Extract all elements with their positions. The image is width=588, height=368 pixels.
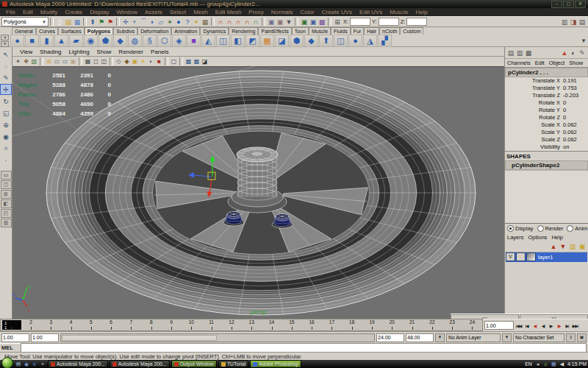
snap-curve-icon[interactable]: ∩	[225, 18, 234, 26]
field-chart-icon[interactable]: ▦	[84, 57, 92, 66]
xray-icon[interactable]: ▩	[184, 57, 193, 66]
shelf-tab-painteffects[interactable]: PaintEffects	[258, 27, 291, 35]
shadows-icon[interactable]: ◐	[147, 57, 155, 66]
texture-placement-icon[interactable]: ■	[155, 57, 163, 66]
menu-modify[interactable]: Modify	[37, 9, 62, 15]
frame-24[interactable]: 24	[462, 319, 482, 330]
soft-modification-tool[interactable]: ◉	[0, 131, 12, 142]
layout-persp-outliner[interactable]: ◧	[1, 199, 12, 208]
crease-tool-icon[interactable]: ◮	[363, 35, 377, 47]
frame-4[interactable]: 4	[61, 319, 81, 330]
poly-soccer-ball-icon[interactable]: ⬡	[157, 35, 171, 47]
anim-layer-dropdown[interactable]: No Anim Layer	[446, 333, 501, 342]
channel-value[interactable]: 0.062	[563, 136, 588, 144]
panel-menu-show[interactable]: Show	[93, 49, 115, 55]
animation-start-input[interactable]	[1, 333, 29, 342]
messenger-icon[interactable]: ☺	[542, 361, 549, 367]
shelf-tab-subdivs[interactable]: Subdivs	[113, 27, 137, 35]
channel-name[interactable]: Translate Z	[505, 92, 563, 99]
smooth-shade-icon[interactable]: ◆	[123, 57, 131, 66]
shelf-tab-muscle[interactable]: Muscle	[309, 27, 331, 35]
select-hierarchy-icon[interactable]: ⬆	[88, 18, 97, 26]
pencil-icon[interactable]: ✎	[578, 49, 587, 57]
network-icon[interactable]: ▦	[551, 361, 557, 367]
y-coordinate-input[interactable]	[379, 18, 399, 26]
poly-plane-icon[interactable]: ▰	[69, 35, 83, 47]
menu-set-dropdown[interactable]: Polygons ▼	[1, 17, 49, 26]
make-live-icon[interactable]: ∩	[251, 18, 260, 26]
shelf-tab-fur[interactable]: Fur	[351, 27, 365, 35]
ie-icon[interactable]: e	[31, 361, 38, 368]
auto-keyframe-icon[interactable]: ⚷	[566, 333, 576, 342]
minimize-button[interactable]: –	[551, 1, 562, 8]
poly-pyramid-icon[interactable]: ◆	[113, 35, 127, 47]
frame-13[interactable]: 13	[242, 319, 262, 330]
mask-handles-icon[interactable]: ✛	[121, 18, 130, 26]
layers-menu-layers[interactable]: Layers	[505, 234, 526, 241]
layout-hypershade[interactable]: ▥	[1, 219, 12, 227]
menu-muscle[interactable]: Muscle	[386, 9, 412, 15]
snap-point-icon[interactable]: ∩	[234, 18, 243, 26]
channel-name[interactable]: Rotate Z	[505, 114, 563, 121]
resolution-gate-icon[interactable]: ▭	[61, 57, 69, 66]
animation-end-input[interactable]	[406, 333, 434, 342]
channel-value[interactable]: 0.191	[563, 77, 588, 85]
go-to-end-button[interactable]: ▶▶|	[571, 322, 579, 330]
shelf-tab-ncloth[interactable]: nCloth	[379, 27, 400, 35]
step-back-frame-button[interactable]: |◀	[523, 322, 531, 330]
frame-16[interactable]: 16	[301, 319, 321, 330]
frame-23[interactable]: 23	[442, 319, 462, 330]
frame-7[interactable]: 7	[121, 319, 141, 330]
channel-name[interactable]: Translate Y	[505, 85, 563, 92]
x-coordinate-input[interactable]	[350, 18, 370, 26]
channel-hyperbolic-icon[interactable]: ▦	[524, 49, 533, 57]
wireframe-mode-icon[interactable]: ◇	[115, 57, 123, 66]
frame-19[interactable]: 19	[362, 319, 381, 330]
layers-menu-help[interactable]: Help	[549, 234, 564, 241]
show-desktop-icon[interactable]: ▤	[15, 361, 22, 368]
time-slider[interactable]: 1 1 123456789101112131415161718192021222…	[0, 319, 483, 331]
channel-value[interactable]: 0	[563, 99, 588, 107]
channel-value[interactable]: -0.203	[563, 92, 588, 99]
channel-name[interactable]: Scale Z	[505, 136, 563, 144]
poly-sphere-icon[interactable]: ●	[10, 35, 24, 47]
taskbar-button-output-window[interactable]: Output Window	[171, 360, 217, 368]
grid-toggle-icon[interactable]: ⊞	[45, 57, 53, 66]
layout-two-pane[interactable]: ◫	[1, 180, 12, 189]
bridge-icon[interactable]: ◫	[334, 35, 348, 47]
frame-2[interactable]: 2	[21, 319, 40, 330]
lasso-tool[interactable]: ◌	[0, 60, 12, 71]
frame-21[interactable]: 21	[402, 319, 422, 330]
clock[interactable]: 4:15 PM	[567, 361, 587, 367]
merge-verts-icon[interactable]: ⬢	[290, 35, 304, 47]
shelf-tab-toggle-button[interactable]: ◂	[1, 35, 9, 40]
shelf-tab-polygons[interactable]: Polygons	[85, 27, 114, 35]
image-plane-icon[interactable]: ▧	[30, 57, 38, 66]
channel-speed-icon[interactable]: ▥	[515, 49, 524, 57]
volume-icon[interactable]: ◀	[559, 361, 565, 367]
channel-value[interactable]: on	[563, 144, 588, 151]
frame-17[interactable]: 17	[322, 319, 342, 330]
subdiv-cube-icon[interactable]: ■	[187, 35, 201, 47]
construction-history-icon[interactable]: ▼	[284, 18, 293, 26]
quad-draw-icon[interactable]: ▞	[378, 35, 392, 47]
menu-display[interactable]: Display	[86, 9, 112, 15]
layer-visibility-toggle[interactable]: V	[506, 252, 515, 261]
snap-plane-icon[interactable]: ∩	[243, 18, 251, 26]
character-set-dropdown[interactable]: No Character Set	[513, 333, 564, 342]
film-gate-icon[interactable]: ▭	[53, 57, 61, 66]
menu-help[interactable]: Help	[412, 9, 431, 15]
range-slider-handle[interactable]	[62, 335, 217, 341]
safe-action-icon[interactable]: ◻	[92, 57, 100, 66]
menu-edit-uvs[interactable]: Edit UVs	[356, 9, 386, 15]
layers-menu-options[interactable]: Options	[526, 234, 550, 241]
open-scene-icon[interactable]: ▤	[64, 18, 73, 26]
xray-joints-icon[interactable]: ▩	[193, 57, 201, 66]
radio-anim[interactable]: Anim	[567, 225, 587, 232]
tray-collapse-icon[interactable]: ◂	[534, 361, 541, 367]
render-layer-mode-icon[interactable]: ◐	[569, 49, 578, 57]
safe-title-icon[interactable]: ◫	[100, 57, 108, 66]
frame-1[interactable]: 1	[1, 319, 21, 330]
channel-name[interactable]: Translate X	[505, 77, 563, 85]
poly-torus-icon[interactable]: ◉	[84, 35, 98, 47]
